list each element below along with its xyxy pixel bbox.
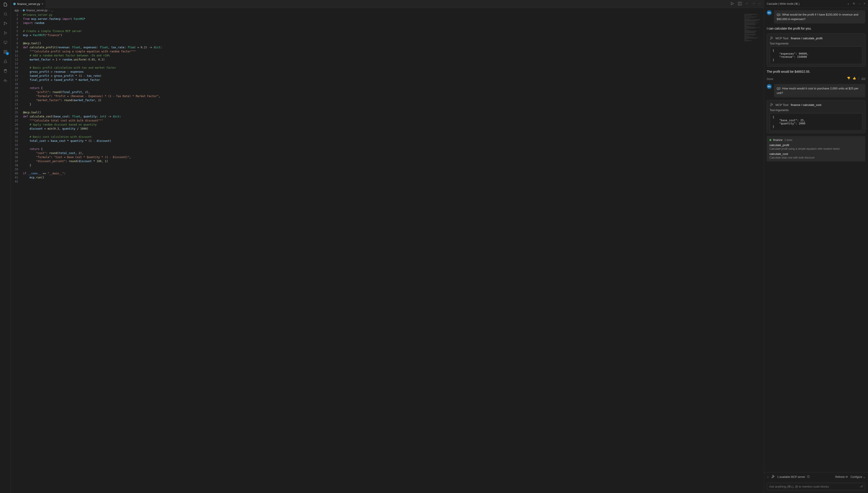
avatar: Me bbox=[767, 84, 772, 89]
tool-name: finance / calculate_profit bbox=[791, 37, 823, 40]
user-message: Me Q1: What would be the profit if I hav… bbox=[767, 10, 865, 23]
source-control-icon[interactable] bbox=[3, 21, 8, 26]
debug-icon[interactable] bbox=[3, 30, 8, 36]
files-icon[interactable] bbox=[3, 2, 8, 7]
close-icon[interactable]: × bbox=[42, 2, 43, 6]
tool-name: calculate_cost bbox=[769, 152, 863, 156]
activity-bar bbox=[0, 0, 11, 493]
python-icon: ⬢ bbox=[23, 9, 25, 12]
configure-button[interactable]: Configure ⌄ bbox=[851, 475, 865, 478]
line-numbers: 1234567891011121314151617181920212223242… bbox=[11, 13, 22, 493]
back-icon[interactable]: ← bbox=[745, 2, 748, 6]
docker-icon[interactable] bbox=[3, 78, 8, 83]
svg-rect-9 bbox=[6, 52, 7, 53]
tool-prefix: MCP Tool: bbox=[776, 37, 789, 40]
close-icon[interactable]: × bbox=[864, 2, 865, 6]
svg-rect-6 bbox=[4, 50, 5, 51]
tool-card: MCP Tool: finance / calculate_profit Too… bbox=[767, 34, 865, 67]
info-icon[interactable]: ⓘ bbox=[807, 475, 810, 479]
breadcrumb-seg[interactable]: ... bbox=[51, 9, 53, 12]
status-dot-icon bbox=[769, 139, 771, 141]
cascade-header: Cascade | Write mode (⌘.) ＋ ↻ ··· × bbox=[764, 0, 868, 8]
tool-args-code: { "base_cost": 25, "quantity": 2000 } bbox=[770, 113, 862, 131]
tool-prefix: MCP Tool: bbox=[776, 103, 789, 107]
tool-args-label: Tool Arguments: bbox=[770, 42, 862, 45]
assistant-message: I can calculate the profit for you. bbox=[767, 26, 865, 31]
run-icon[interactable] bbox=[730, 2, 734, 6]
svg-rect-7 bbox=[6, 50, 7, 51]
tool-desc: Calculate total cost with bulk discount bbox=[769, 156, 863, 159]
mcp-footer: ← 1 available MCP server ⓘ Refresh ⟳ Con… bbox=[764, 472, 868, 481]
chat-input[interactable]: Ask anything (⌘L), @ to mention code blo… bbox=[767, 483, 865, 490]
tool-args-label: Tool Arguments: bbox=[770, 109, 862, 112]
main-area: ⬢ finance_server.py × ← → ··· app › ⬢ fi… bbox=[11, 0, 868, 493]
svg-marker-15 bbox=[731, 2, 734, 5]
editor-body[interactable]: 1234567891011121314151617181920212223242… bbox=[11, 13, 764, 493]
wrench-icon bbox=[770, 36, 774, 41]
svg-rect-12 bbox=[5, 80, 5, 81]
remote-icon[interactable] bbox=[3, 40, 8, 45]
thumbs-up-icon[interactable]: 👍 bbox=[853, 77, 856, 81]
server-name: finance bbox=[773, 138, 783, 142]
message-text: Q1: What would be the profit if I have $… bbox=[774, 10, 865, 23]
svg-point-1 bbox=[4, 22, 5, 23]
chevron-right-icon: › bbox=[49, 9, 50, 12]
svg-point-3 bbox=[6, 23, 7, 24]
done-label: Done bbox=[767, 78, 773, 81]
tool-args-code: { "expenses": 90000, "revenue": 150000 } bbox=[770, 46, 862, 64]
tabs-bar: ⬢ finance_server.py × ← → ··· bbox=[11, 0, 764, 8]
editor-actions: ← → ··· bbox=[730, 2, 764, 6]
message-text: Q2: How much would it cost to purchase 2… bbox=[774, 84, 865, 97]
forward-icon[interactable]: → bbox=[752, 2, 755, 6]
plus-icon[interactable]: ＋ bbox=[847, 2, 850, 6]
cascade-body: Me Q1: What would be the profit if I hav… bbox=[764, 8, 868, 472]
available-servers: 1 available MCP server bbox=[777, 475, 805, 478]
history-icon[interactable]: ↻ bbox=[853, 2, 855, 6]
cascade-title: Cascade | Write mode (⌘.) bbox=[767, 2, 800, 5]
tab-title: finance_server.py bbox=[17, 2, 40, 6]
mcp-server-card[interactable]: finance 2 tools calculate_profit Calcula… bbox=[767, 136, 865, 162]
svg-rect-11 bbox=[4, 80, 4, 81]
cascade-panel: Cascade | Write mode (⌘.) ＋ ↻ ··· × Me Q… bbox=[764, 0, 868, 493]
breadcrumb-seg[interactable]: app bbox=[15, 9, 19, 12]
db-icon[interactable] bbox=[3, 68, 8, 73]
svg-point-2 bbox=[4, 24, 5, 25]
editor-section: ⬢ finance_server.py × ← → ··· app › ⬢ fi… bbox=[11, 0, 764, 493]
svg-marker-4 bbox=[4, 31, 7, 34]
assistant-message: The profit would be $48922.55. bbox=[767, 69, 865, 74]
search-icon[interactable] bbox=[3, 11, 8, 17]
minimap[interactable] bbox=[743, 13, 764, 40]
more-icon[interactable]: ··· bbox=[759, 2, 761, 6]
server-tool[interactable]: calculate_profit Calculate profit using … bbox=[769, 144, 863, 150]
extensions-icon[interactable] bbox=[3, 49, 8, 55]
server-tool[interactable]: calculate_cost Calculate total cost with… bbox=[769, 152, 863, 159]
svg-rect-5 bbox=[4, 41, 7, 43]
tab-finance-server[interactable]: ⬢ finance_server.py × bbox=[11, 0, 46, 8]
enter-icon[interactable]: ⏎ bbox=[860, 485, 863, 488]
user-message: Me Q2: How much would it cost to purchas… bbox=[767, 84, 865, 97]
more-icon[interactable]: ··· bbox=[858, 2, 861, 6]
breadcrumb-seg[interactable]: finance_server.py bbox=[26, 9, 47, 12]
python-icon: ⬢ bbox=[13, 2, 16, 6]
tool-desc: Calculate profit using a simple equation… bbox=[769, 147, 863, 150]
back-icon[interactable]: ← bbox=[767, 475, 769, 478]
input-placeholder: Ask anything (⌘L), @ to mention code blo… bbox=[769, 485, 829, 488]
tools-count: 2 tools bbox=[784, 138, 792, 142]
tool-card: MCP Tool: finance / calculate_cost Tool … bbox=[767, 100, 865, 133]
chevron-right-icon: › bbox=[20, 9, 21, 12]
avatar: Me bbox=[767, 10, 772, 15]
stats-icon[interactable] bbox=[861, 77, 865, 81]
wrench-icon bbox=[771, 474, 775, 479]
done-row: Done 👎 👍 | bbox=[767, 77, 865, 81]
code-content[interactable]: #finance_server.pyfrom mcp.server.fastmc… bbox=[22, 13, 764, 493]
svg-point-10 bbox=[4, 69, 6, 70]
refresh-button[interactable]: Refresh ⟳ bbox=[835, 475, 848, 478]
svg-rect-14 bbox=[5, 80, 5, 80]
testing-icon[interactable] bbox=[3, 59, 8, 64]
breadcrumbs[interactable]: app › ⬢ finance_server.py › ... bbox=[11, 8, 764, 13]
wrench-icon bbox=[770, 103, 774, 107]
svg-rect-8 bbox=[4, 52, 5, 53]
split-editor-icon[interactable] bbox=[738, 2, 742, 6]
tool-name: finance / calculate_cost bbox=[791, 103, 822, 107]
thumbs-down-icon[interactable]: 👎 bbox=[847, 77, 850, 81]
